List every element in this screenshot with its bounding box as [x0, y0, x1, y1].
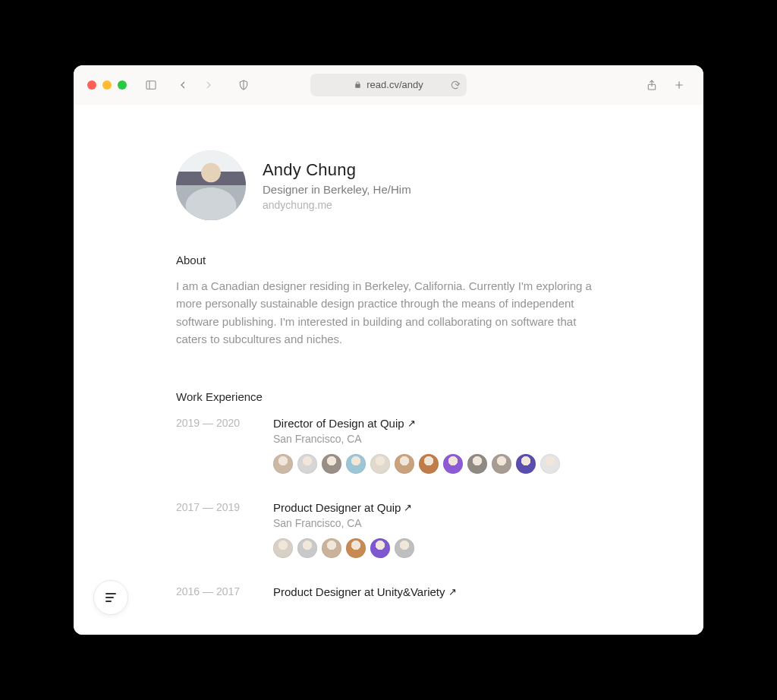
work-item-title-text: Director of Design at Quip [273, 417, 404, 430]
work-item-title-link[interactable]: Director of Design at Quip↗ [273, 417, 601, 430]
sidebar-toggle-icon[interactable] [140, 74, 162, 96]
window-controls [87, 80, 127, 90]
team-avatar[interactable] [395, 454, 414, 474]
back-button[interactable] [172, 74, 193, 96]
menu-icon [105, 593, 116, 602]
work-item-dates: 2017 — 2019 [176, 501, 252, 558]
work-item-dates: 2019 — 2020 [176, 417, 252, 474]
external-link-icon: ↗ [448, 586, 457, 598]
work-experience-item: 2016 — 2017Product Designer at Unity&Var… [176, 585, 601, 598]
svg-rect-0 [146, 80, 156, 89]
work-item-location: San Francisco, CA [273, 433, 601, 445]
profile-name: Andy Chung [263, 160, 411, 180]
team-avatar[interactable] [443, 454, 463, 474]
team-avatar[interactable] [322, 454, 341, 474]
forward-button[interactable] [198, 74, 219, 96]
team-avatar[interactable] [419, 454, 439, 474]
lock-icon [354, 80, 362, 89]
team-avatars [273, 538, 601, 558]
work-heading: Work Experience [176, 390, 601, 403]
work-item-title-link[interactable]: Product Designer at Unity&Variety↗ [273, 585, 601, 598]
page-content: Andy Chung Designer in Berkeley, He/Him … [74, 105, 703, 635]
team-avatar[interactable] [297, 538, 317, 558]
team-avatar[interactable] [346, 454, 366, 474]
work-item-title-text: Product Designer at Unity&Variety [273, 585, 445, 598]
share-icon[interactable] [641, 74, 662, 96]
privacy-shield-icon[interactable] [233, 74, 254, 96]
work-item-title-text: Product Designer at Quip [273, 501, 401, 514]
profile-subtitle: Designer in Berkeley, He/Him [263, 183, 411, 196]
about-body: I am a Canadian designer residing in Ber… [176, 277, 601, 348]
external-link-icon: ↗ [404, 502, 412, 513]
close-window-button[interactable] [87, 80, 96, 90]
work-item-location: San Francisco, CA [273, 517, 601, 529]
team-avatar[interactable] [297, 454, 317, 474]
browser-toolbar: read.cv/andy [74, 65, 703, 105]
work-experience-item: 2019 — 2020Director of Design at Quip↗Sa… [176, 417, 601, 474]
work-experience-item: 2017 — 2019Product Designer at Quip↗San … [176, 501, 601, 558]
team-avatars [273, 454, 601, 474]
maximize-window-button[interactable] [118, 80, 127, 90]
menu-fab-button[interactable] [93, 580, 128, 615]
browser-window: read.cv/andy Andy Chung Designer in Berk… [74, 65, 703, 635]
about-heading: About [176, 254, 601, 266]
profile-header: Andy Chung Designer in Berkeley, He/Him … [176, 150, 601, 220]
team-avatar[interactable] [273, 538, 293, 558]
work-item-title-link[interactable]: Product Designer at Quip↗ [273, 501, 601, 514]
team-avatar[interactable] [467, 454, 487, 474]
nav-buttons [172, 74, 219, 96]
work-item-dates: 2016 — 2017 [176, 585, 252, 598]
address-bar[interactable]: read.cv/andy [310, 74, 467, 96]
address-bar-text: read.cv/andy [366, 79, 423, 90]
profile-website-link[interactable]: andychung.me [263, 199, 411, 211]
team-avatar[interactable] [492, 454, 511, 474]
profile-avatar[interactable] [176, 150, 246, 220]
team-avatar[interactable] [540, 454, 560, 474]
external-link-icon: ↗ [407, 418, 416, 429]
team-avatar[interactable] [322, 538, 341, 558]
reload-icon[interactable] [450, 80, 461, 90]
minimize-window-button[interactable] [102, 80, 112, 90]
team-avatar[interactable] [370, 454, 390, 474]
team-avatar[interactable] [395, 538, 414, 558]
team-avatar[interactable] [516, 454, 536, 474]
team-avatar[interactable] [370, 538, 390, 558]
work-experience-list: 2019 — 2020Director of Design at Quip↗Sa… [176, 417, 601, 598]
team-avatar[interactable] [346, 538, 366, 558]
new-tab-icon[interactable] [668, 74, 690, 96]
team-avatar[interactable] [273, 454, 293, 474]
